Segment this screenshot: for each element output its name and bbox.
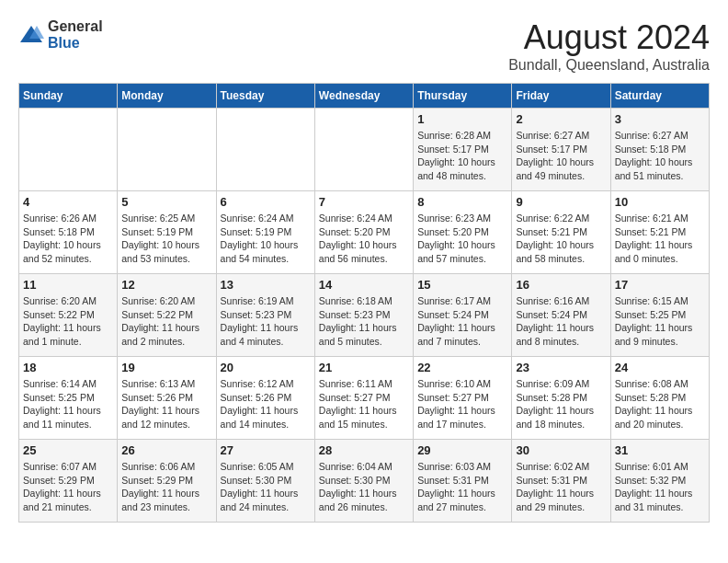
calendar-cell: 30Sunrise: 6:02 AM Sunset: 5:31 PM Dayli… xyxy=(512,440,610,523)
day-number: 13 xyxy=(221,278,311,292)
day-info: Sunrise: 6:23 AM Sunset: 5:20 PM Dayligh… xyxy=(417,212,507,266)
calendar-cell: 24Sunrise: 6:08 AM Sunset: 5:28 PM Dayli… xyxy=(610,357,709,440)
column-header-sunday: Sunday xyxy=(19,84,118,109)
day-number: 9 xyxy=(516,195,606,209)
calendar-cell xyxy=(19,109,118,191)
calendar-cell: 20Sunrise: 6:12 AM Sunset: 5:26 PM Dayli… xyxy=(216,357,314,440)
calendar-cell: 23Sunrise: 6:09 AM Sunset: 5:28 PM Dayli… xyxy=(512,357,610,440)
day-info: Sunrise: 6:06 AM Sunset: 5:29 PM Dayligh… xyxy=(121,460,211,514)
day-number: 21 xyxy=(319,361,409,374)
calendar-cell: 19Sunrise: 6:13 AM Sunset: 5:26 PM Dayli… xyxy=(118,357,216,440)
day-number: 22 xyxy=(417,361,507,374)
page-header: General Blue August 2024 Bundall, Queens… xyxy=(18,18,710,74)
day-info: Sunrise: 6:28 AM Sunset: 5:17 PM Dayligh… xyxy=(417,129,507,183)
calendar-week-row: 11Sunrise: 6:20 AM Sunset: 5:22 PM Dayli… xyxy=(19,274,710,357)
day-info: Sunrise: 6:18 AM Sunset: 5:23 PM Dayligh… xyxy=(319,294,409,349)
logo: General Blue xyxy=(18,18,103,51)
calendar-cell: 16Sunrise: 6:16 AM Sunset: 5:24 PM Dayli… xyxy=(512,274,610,357)
day-info: Sunrise: 6:12 AM Sunset: 5:26 PM Dayligh… xyxy=(221,377,311,431)
calendar-cell: 29Sunrise: 6:03 AM Sunset: 5:31 PM Dayli… xyxy=(414,440,512,523)
calendar-cell: 18Sunrise: 6:14 AM Sunset: 5:25 PM Dayli… xyxy=(19,357,118,440)
day-info: Sunrise: 6:14 AM Sunset: 5:25 PM Dayligh… xyxy=(23,377,113,431)
day-number: 17 xyxy=(615,278,705,292)
calendar-week-row: 25Sunrise: 6:07 AM Sunset: 5:29 PM Dayli… xyxy=(19,440,710,523)
calendar-cell: 1Sunrise: 6:28 AM Sunset: 5:17 PM Daylig… xyxy=(414,109,512,191)
calendar-week-row: 4Sunrise: 6:26 AM Sunset: 5:18 PM Daylig… xyxy=(19,191,710,274)
calendar-cell: 17Sunrise: 6:15 AM Sunset: 5:25 PM Dayli… xyxy=(610,274,709,357)
day-number: 4 xyxy=(23,195,113,209)
calendar-cell: 6Sunrise: 6:24 AM Sunset: 5:19 PM Daylig… xyxy=(216,191,314,274)
day-info: Sunrise: 6:03 AM Sunset: 5:31 PM Dayligh… xyxy=(417,460,507,514)
day-number: 19 xyxy=(121,361,211,374)
day-info: Sunrise: 6:19 AM Sunset: 5:23 PM Dayligh… xyxy=(221,294,311,349)
calendar-cell: 9Sunrise: 6:22 AM Sunset: 5:21 PM Daylig… xyxy=(512,191,610,274)
day-number: 27 xyxy=(221,443,311,457)
day-number: 25 xyxy=(23,443,113,457)
calendar-cell: 7Sunrise: 6:24 AM Sunset: 5:20 PM Daylig… xyxy=(314,191,413,274)
column-header-saturday: Saturday xyxy=(610,84,709,109)
day-number: 31 xyxy=(615,443,705,457)
day-number: 12 xyxy=(121,278,211,292)
day-number: 5 xyxy=(121,195,211,209)
day-info: Sunrise: 6:01 AM Sunset: 5:32 PM Dayligh… xyxy=(615,460,705,514)
day-info: Sunrise: 6:24 AM Sunset: 5:20 PM Dayligh… xyxy=(319,212,409,266)
logo-text: General Blue xyxy=(48,18,103,51)
day-number: 23 xyxy=(516,361,606,374)
calendar-cell xyxy=(216,109,314,191)
day-info: Sunrise: 6:15 AM Sunset: 5:25 PM Dayligh… xyxy=(615,294,705,349)
day-number: 10 xyxy=(615,195,705,209)
day-info: Sunrise: 6:20 AM Sunset: 5:22 PM Dayligh… xyxy=(23,294,113,349)
logo-general-text: General xyxy=(48,18,103,35)
day-number: 30 xyxy=(516,443,606,457)
day-info: Sunrise: 6:02 AM Sunset: 5:31 PM Dayligh… xyxy=(516,460,606,514)
calendar-cell: 22Sunrise: 6:10 AM Sunset: 5:27 PM Dayli… xyxy=(414,357,512,440)
calendar-cell: 8Sunrise: 6:23 AM Sunset: 5:20 PM Daylig… xyxy=(414,191,512,274)
column-header-friday: Friday xyxy=(512,84,610,109)
calendar-cell: 21Sunrise: 6:11 AM Sunset: 5:27 PM Dayli… xyxy=(314,357,413,440)
day-info: Sunrise: 6:04 AM Sunset: 5:30 PM Dayligh… xyxy=(319,460,409,514)
day-info: Sunrise: 6:26 AM Sunset: 5:18 PM Dayligh… xyxy=(23,212,113,266)
calendar-cell: 2Sunrise: 6:27 AM Sunset: 5:17 PM Daylig… xyxy=(512,109,610,191)
calendar-cell: 15Sunrise: 6:17 AM Sunset: 5:24 PM Dayli… xyxy=(414,274,512,357)
day-number: 3 xyxy=(615,112,705,126)
calendar-cell: 11Sunrise: 6:20 AM Sunset: 5:22 PM Dayli… xyxy=(19,274,118,357)
day-info: Sunrise: 6:16 AM Sunset: 5:24 PM Dayligh… xyxy=(516,294,606,349)
day-info: Sunrise: 6:27 AM Sunset: 5:17 PM Dayligh… xyxy=(516,129,606,183)
calendar-week-row: 1Sunrise: 6:28 AM Sunset: 5:17 PM Daylig… xyxy=(19,109,710,191)
day-number: 20 xyxy=(221,361,311,374)
day-number: 8 xyxy=(417,195,507,209)
day-info: Sunrise: 6:08 AM Sunset: 5:28 PM Dayligh… xyxy=(615,377,705,431)
column-header-thursday: Thursday xyxy=(414,84,512,109)
day-number: 15 xyxy=(417,278,507,292)
calendar-cell: 31Sunrise: 6:01 AM Sunset: 5:32 PM Dayli… xyxy=(610,440,709,523)
day-info: Sunrise: 6:17 AM Sunset: 5:24 PM Dayligh… xyxy=(417,294,507,349)
day-info: Sunrise: 6:24 AM Sunset: 5:19 PM Dayligh… xyxy=(221,212,311,266)
calendar-cell: 10Sunrise: 6:21 AM Sunset: 5:21 PM Dayli… xyxy=(610,191,709,274)
day-info: Sunrise: 6:10 AM Sunset: 5:27 PM Dayligh… xyxy=(417,377,507,431)
page-title: August 2024 xyxy=(508,18,710,57)
day-info: Sunrise: 6:11 AM Sunset: 5:27 PM Dayligh… xyxy=(319,377,409,431)
day-number: 28 xyxy=(319,443,409,457)
page-subtitle: Bundall, Queensland, Australia xyxy=(508,57,710,74)
day-info: Sunrise: 6:27 AM Sunset: 5:18 PM Dayligh… xyxy=(615,129,705,183)
day-number: 16 xyxy=(516,278,606,292)
column-header-monday: Monday xyxy=(118,84,216,109)
day-number: 29 xyxy=(417,443,507,457)
column-header-wednesday: Wednesday xyxy=(314,84,413,109)
calendar-cell: 14Sunrise: 6:18 AM Sunset: 5:23 PM Dayli… xyxy=(314,274,413,357)
day-number: 1 xyxy=(417,112,507,126)
calendar-cell xyxy=(118,109,216,191)
calendar-cell: 26Sunrise: 6:06 AM Sunset: 5:29 PM Dayli… xyxy=(118,440,216,523)
day-number: 26 xyxy=(121,443,211,457)
day-info: Sunrise: 6:22 AM Sunset: 5:21 PM Dayligh… xyxy=(516,212,606,266)
calendar-cell: 12Sunrise: 6:20 AM Sunset: 5:22 PM Dayli… xyxy=(118,274,216,357)
day-info: Sunrise: 6:13 AM Sunset: 5:26 PM Dayligh… xyxy=(121,377,211,431)
title-block: August 2024 Bundall, Queensland, Austral… xyxy=(508,18,710,74)
day-info: Sunrise: 6:25 AM Sunset: 5:19 PM Dayligh… xyxy=(121,212,211,266)
day-number: 14 xyxy=(319,278,409,292)
day-number: 6 xyxy=(221,195,311,209)
calendar-cell: 5Sunrise: 6:25 AM Sunset: 5:19 PM Daylig… xyxy=(118,191,216,274)
day-info: Sunrise: 6:21 AM Sunset: 5:21 PM Dayligh… xyxy=(615,212,705,266)
calendar-cell: 4Sunrise: 6:26 AM Sunset: 5:18 PM Daylig… xyxy=(19,191,118,274)
logo-blue-text: Blue xyxy=(48,35,103,52)
